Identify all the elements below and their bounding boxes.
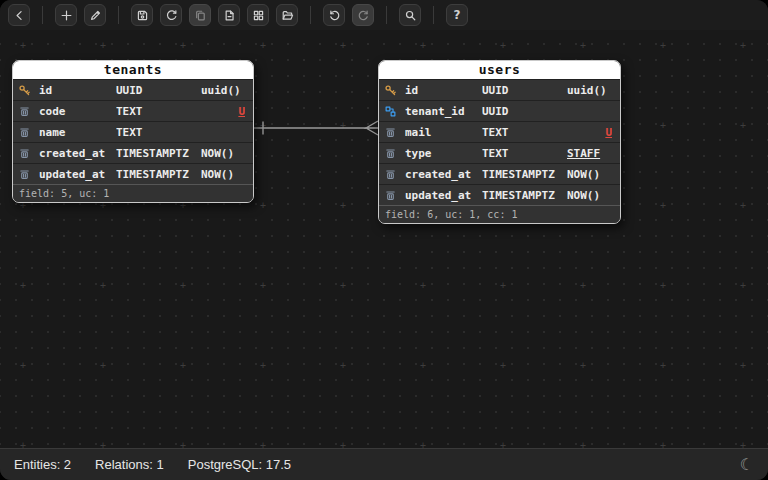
grid-plus: + [660, 282, 666, 290]
grid-plus: + [740, 122, 746, 130]
toolbar-divider [386, 6, 387, 24]
floppy-icon [136, 9, 149, 22]
column-icon [18, 105, 39, 118]
entity-users[interactable]: usersidUUIDuuid()tenant_idUUIDmailTEXTUt… [378, 60, 621, 224]
app-window: ? ++++++++++++++++++++++++++++++++++++++… [0, 0, 768, 480]
field-row-id[interactable]: idUUIDuuid() [379, 79, 620, 100]
field-row-mail[interactable]: mailTEXTU [379, 121, 620, 142]
field-type: UUID [116, 84, 201, 97]
field-row-code[interactable]: codeTEXTU [13, 100, 253, 121]
field-extra: STAFF [567, 147, 612, 160]
help-button[interactable]: ? [446, 4, 468, 26]
field-row-updated_at[interactable]: updated_atTIMESTAMPTZNOW() [379, 184, 620, 205]
grid-plus: + [100, 362, 106, 370]
field-type: TEXT [482, 147, 567, 160]
grid-plus: + [660, 122, 666, 130]
grid-plus: + [580, 362, 586, 370]
reload-button[interactable] [160, 4, 182, 26]
grid-plus: + [260, 362, 266, 370]
field-type: TIMESTAMPTZ [116, 168, 201, 181]
grid-plus: + [180, 42, 186, 50]
field-extra: NOW() [567, 168, 612, 181]
entity-tenants[interactable]: tenantsidUUIDuuid()codeTEXTUnameTEXTcrea… [12, 60, 254, 203]
column-icon [384, 126, 405, 139]
toolbar-divider [118, 6, 119, 24]
save-button[interactable] [131, 4, 153, 26]
edit-button[interactable] [84, 4, 106, 26]
grid-plus: + [260, 42, 266, 50]
file-document-icon [223, 9, 236, 22]
search-icon [404, 9, 417, 22]
toolbar-divider [310, 6, 311, 24]
foreign-key-icon [384, 105, 405, 118]
grid-plus: + [180, 202, 186, 210]
relations-count: Relations: 1 [95, 457, 164, 472]
grid-plus: + [180, 362, 186, 370]
grid-plus: + [500, 282, 506, 290]
field-name: updated_at [405, 189, 482, 202]
field-type: TEXT [116, 126, 201, 139]
clipboard-icon [194, 9, 207, 22]
field-type: UUID [482, 84, 567, 97]
field-row-name[interactable]: nameTEXT [13, 121, 253, 142]
grid-plus: + [500, 362, 506, 370]
grid-plus: + [340, 282, 346, 290]
grid-plus: + [180, 282, 186, 290]
toolbar-divider [42, 6, 43, 24]
entity-title[interactable]: users [379, 61, 620, 79]
field-name: type [405, 147, 482, 160]
paste-button[interactable] [189, 4, 211, 26]
postgres-version: PostgreSQL: 17.5 [188, 457, 291, 472]
reload-icon [165, 9, 178, 22]
grid-plus: + [20, 202, 26, 210]
primary-key-icon [18, 84, 39, 97]
redo-button[interactable] [352, 4, 374, 26]
open-project-button[interactable] [276, 4, 298, 26]
field-type: TIMESTAMPTZ [482, 189, 567, 202]
theme-toggle-moon-icon[interactable]: ☾ [740, 457, 754, 473]
grid-plus: + [740, 282, 746, 290]
undo-button[interactable] [323, 4, 345, 26]
layout-grid-button[interactable] [247, 4, 269, 26]
grid-icon [252, 9, 265, 22]
field-name: mail [405, 126, 482, 139]
back-button[interactable] [8, 4, 30, 26]
field-row-tenant_id[interactable]: tenant_idUUID [379, 100, 620, 121]
export-file-button[interactable] [218, 4, 240, 26]
search-button[interactable] [399, 4, 421, 26]
grid-plus: + [20, 42, 26, 50]
grid-plus: + [100, 42, 106, 50]
column-icon [18, 168, 39, 181]
question-icon: ? [454, 8, 461, 22]
grid-plus: + [100, 202, 106, 210]
field-row-created_at[interactable]: created_atTIMESTAMPTZNOW() [13, 142, 253, 163]
field-name: id [39, 84, 116, 97]
relation-connector[interactable] [254, 115, 379, 141]
grid-plus: + [340, 362, 346, 370]
entity-title[interactable]: tenants [13, 61, 253, 79]
field-name: tenant_id [405, 105, 482, 118]
grid-plus: + [420, 362, 426, 370]
chevron-left-icon [13, 9, 26, 22]
column-icon [384, 147, 405, 160]
column-icon [18, 147, 39, 160]
column-icon [384, 189, 405, 202]
field-name: created_at [405, 168, 482, 181]
grid-plus: + [580, 282, 586, 290]
field-row-updated_at[interactable]: updated_atTIMESTAMPTZNOW() [13, 163, 253, 184]
grid-plus: + [100, 282, 106, 290]
grid-plus: + [20, 282, 26, 290]
field-row-type[interactable]: typeTEXTSTAFF [379, 142, 620, 163]
grid-plus: + [660, 42, 666, 50]
field-row-created_at[interactable]: created_atTIMESTAMPTZNOW() [379, 163, 620, 184]
add-entity-button[interactable] [55, 4, 77, 26]
grid-plus: + [740, 202, 746, 210]
grid-plus: + [660, 202, 666, 210]
field-type: TIMESTAMPTZ [482, 168, 567, 181]
field-row-id[interactable]: idUUIDuuid() [13, 79, 253, 100]
grid-plus: + [340, 42, 346, 50]
field-name: id [405, 84, 482, 97]
column-icon [384, 168, 405, 181]
statusbar: Entities: 2Relations: 1PostgreSQL: 17.5☾ [0, 448, 768, 480]
grid-plus: + [740, 362, 746, 370]
